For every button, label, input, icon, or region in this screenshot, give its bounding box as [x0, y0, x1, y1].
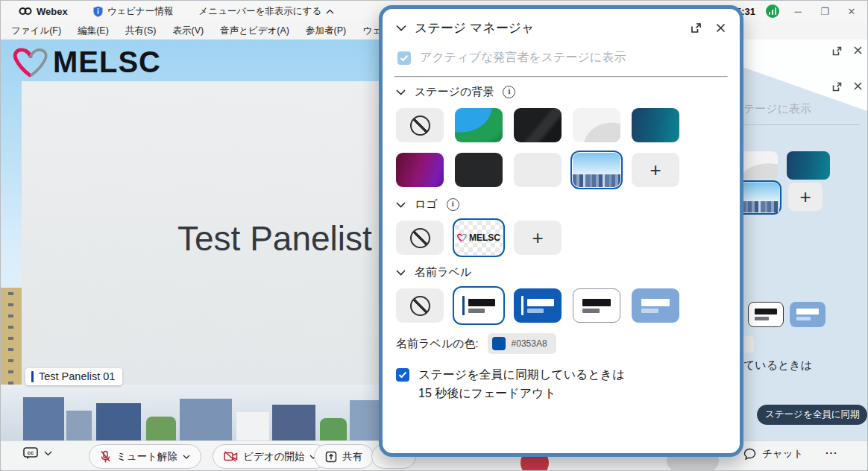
name-label-chip: Test Panelist 01	[25, 368, 122, 385]
bg-option-dark-wave[interactable]	[514, 108, 562, 142]
webinar-info-label: ウェビナー情報	[107, 5, 174, 18]
dialog-close-button[interactable]	[715, 22, 726, 34]
no-logo-icon	[410, 228, 430, 248]
bg-option-blue-green[interactable]	[455, 108, 503, 142]
melsc-mini-label: MELSC	[469, 233, 500, 243]
popout-icon	[690, 22, 702, 34]
dialog-divider	[394, 76, 728, 78]
bg-thumb-city-selected[interactable]	[743, 183, 779, 212]
melsc-heart-icon	[13, 46, 48, 79]
info-icon[interactable]: i	[447, 198, 459, 211]
start-video-button[interactable]: ビデオの開始	[213, 444, 328, 469]
color-hex-value: #0353A8	[512, 338, 547, 349]
sync-stage-button[interactable]: ステージを全員に同期	[757, 405, 867, 425]
label-option-light-blue[interactable]	[632, 288, 679, 323]
label-thumb-white[interactable]	[748, 302, 784, 327]
bg-thumb-light-wave[interactable]	[743, 151, 778, 180]
bg-thumb-add[interactable]: +	[788, 183, 823, 211]
chevron-down-icon	[396, 202, 406, 208]
name-label-color-picker[interactable]: #0353A8	[488, 333, 556, 354]
start-video-label: ビデオの開始	[243, 450, 304, 464]
collapse-section-control[interactable]	[396, 25, 406, 31]
logo-section-title: ロゴ	[415, 197, 438, 212]
chevron-up-icon	[326, 9, 334, 14]
docked-panel-strip: テージに表示 + ているときは ステージを全員に同期	[743, 39, 868, 440]
chat-button[interactable]: チャット	[743, 447, 803, 461]
info-icon[interactable]: i	[503, 86, 515, 98]
panel-divider	[743, 124, 860, 125]
active-speaker-label: アクティブな発言者をステージに表示	[420, 50, 626, 66]
sync-fade-checkbox[interactable]	[396, 368, 409, 382]
logo-option-add[interactable]: +	[514, 221, 562, 255]
background-section-header: ステージの背景 i	[396, 85, 726, 99]
svg-text:cc: cc	[28, 449, 34, 456]
bg-option-light-gray[interactable]	[514, 153, 562, 187]
active-speaker-checkbox[interactable]	[397, 51, 411, 65]
chevron-down-icon	[396, 89, 406, 95]
clipped-active-speaker-text: テージに表示	[743, 102, 811, 116]
connection-quality-icon[interactable]	[766, 4, 779, 18]
bg-option-magenta-purple[interactable]	[396, 153, 444, 187]
clipped-sync-text: ているときは	[743, 358, 812, 373]
menu-audio-video[interactable]: 音声とビデオ(A)	[220, 25, 289, 37]
dock-panel-button[interactable]	[690, 22, 702, 34]
logo-option-melsc-selected[interactable]: MELSC	[455, 221, 503, 255]
window-restore-button[interactable]: ❐	[817, 6, 833, 17]
bg-option-city-photo-selected[interactable]	[573, 153, 620, 187]
webinar-info-button[interactable]: ウェビナー情報	[93, 5, 174, 18]
chevron-down-icon	[396, 25, 406, 31]
close-icon[interactable]	[853, 45, 863, 55]
collapse-name-label-control[interactable]	[396, 270, 406, 276]
bg-option-add[interactable]: +	[632, 153, 679, 187]
dialog-header: ステージ マネージャ	[394, 16, 728, 44]
popout-icon[interactable]	[831, 81, 843, 92]
bg-thumb-teal-navy[interactable]	[787, 151, 830, 180]
logo-option-none[interactable]	[396, 221, 444, 255]
name-label-text: Test Panelist 01	[39, 370, 115, 382]
background-thumbnails: +	[396, 108, 709, 187]
city-skyline-preview	[573, 174, 620, 187]
dialog-title: ステージ マネージャ	[415, 19, 682, 37]
shield-info-icon	[93, 6, 103, 17]
menu-share[interactable]: 共有(S)	[125, 25, 157, 37]
share-button[interactable]: 共有	[314, 444, 374, 469]
unmute-button[interactable]: ミュート解除	[89, 444, 201, 469]
window-close-button[interactable]: ✕	[843, 6, 860, 17]
bg-option-light-wave[interactable]	[573, 108, 620, 142]
name-label-color-label: 名前ラベルの色:	[396, 337, 479, 351]
more-options-button[interactable]: ···	[825, 447, 838, 458]
participant-display-name: Test Panelist	[177, 218, 372, 259]
bg-option-teal-navy[interactable]	[632, 108, 679, 142]
bg-option-none[interactable]	[396, 108, 444, 142]
label-thumb-light-blue[interactable]	[790, 302, 825, 327]
label-option-left-bar-selected[interactable]	[455, 288, 503, 323]
name-label-thumbnails	[396, 288, 709, 323]
menu-file[interactable]: ファイル(F)	[11, 25, 61, 37]
menu-edit[interactable]: 編集(E)	[78, 25, 109, 37]
close-icon[interactable]	[853, 81, 863, 91]
color-swatch	[492, 337, 506, 350]
chevron-down-icon	[44, 451, 52, 456]
popout-icon[interactable]	[831, 45, 843, 57]
stage-brand-label: MELSC	[53, 45, 161, 79]
closed-captions-icon: cc	[23, 447, 38, 460]
collapse-background-control[interactable]	[396, 89, 406, 95]
menu-participants[interactable]: 参加者(P)	[306, 25, 346, 37]
hide-menubar-label: メニューバーを非表示にする	[198, 5, 321, 18]
name-label-section-header: 名前ラベル	[396, 265, 726, 279]
melsc-heart-icon	[457, 233, 467, 242]
chevron-down-icon	[396, 270, 406, 276]
collapse-logo-control[interactable]	[396, 202, 406, 208]
sync-fade-line2: 15 秒後にフェードアウト	[418, 387, 556, 399]
background-section-title: ステージの背景	[415, 85, 494, 99]
color-pill-clipped	[743, 336, 754, 353]
active-speaker-row: アクティブな発言者をステージに表示	[397, 50, 725, 66]
bg-option-charcoal[interactable]	[455, 153, 503, 187]
label-option-none[interactable]	[396, 288, 444, 323]
label-option-blue[interactable]	[514, 288, 562, 323]
menu-view[interactable]: 表示(V)	[172, 25, 204, 37]
hide-menubar-button[interactable]: メニューバーを非表示にする	[198, 5, 334, 18]
captions-toggle[interactable]: cc	[23, 447, 52, 460]
window-minimize-button[interactable]: ─	[790, 6, 806, 17]
label-option-white-bordered[interactable]	[573, 288, 620, 323]
